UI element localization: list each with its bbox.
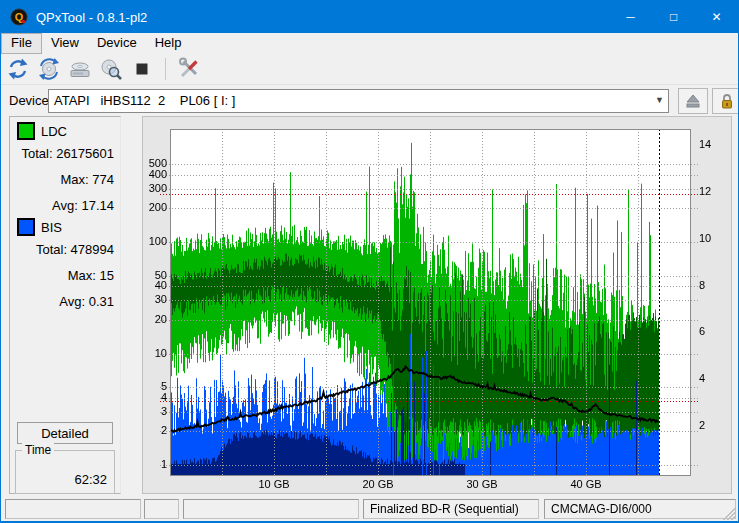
y-axis-right-tick-label: 2 [699, 419, 705, 431]
y-axis-right-tick-label: 8 [699, 279, 705, 291]
y-axis-left-tick-label: 4 [143, 391, 167, 403]
y-axis-left-tick-label: 1 [143, 458, 167, 470]
y-axis-right-tick-label: 12 [699, 185, 711, 197]
x-axis-tick-label: 20 GB [358, 478, 398, 490]
maximize-button[interactable]: □ [652, 1, 695, 33]
results-sidebar: LDC Total: 26175601 Max: 774 Avg: 17.14 … [9, 116, 121, 494]
quality-scan-chart: 5004003002001005040302010543211412108642… [142, 116, 732, 494]
ldc-legend: LDC [17, 122, 67, 140]
close-button[interactable]: ✕ [695, 1, 738, 33]
detailed-button[interactable]: Detailed [17, 422, 113, 444]
y-axis-left-tick-label: 100 [143, 235, 167, 247]
y-axis-right-tick-label: 4 [699, 372, 705, 384]
disc-magnifier-icon [99, 57, 123, 81]
chart-canvas [143, 117, 731, 493]
disc-refresh-icon [37, 57, 61, 81]
y-axis-right-tick-label: 10 [699, 232, 711, 244]
device-select-value: ATAPI iHBS112 2 PL06 [ I: ] [54, 93, 235, 108]
menu-file[interactable]: File [1, 33, 42, 54]
status-panel-media-code: CMCMAG-DI6/000 [544, 499, 736, 519]
bis-legend: BIS [17, 218, 62, 236]
y-axis-left-tick-label: 30 [143, 293, 167, 305]
x-axis-tick-label: 10 GB [254, 478, 294, 490]
ldc-total: Total: 26175601 [21, 146, 114, 161]
status-panel-disc-type: Finalized BD-R (Sequential) [363, 499, 539, 519]
menu-help[interactable]: Help [146, 33, 191, 54]
x-axis-tick-label: 40 GB [566, 478, 606, 490]
y-axis-left-tick-label: 300 [143, 182, 167, 194]
drive-tray-icon [68, 57, 92, 81]
y-axis-left-tick-label: 40 [143, 279, 167, 291]
time-group-label: Time [22, 443, 54, 457]
y-axis-left-tick-label: 20 [143, 313, 167, 325]
eject-tray-button[interactable] [66, 55, 94, 83]
status-panel-message [5, 499, 141, 519]
device-label: Device: [9, 93, 52, 108]
ldc-label: LDC [41, 124, 67, 139]
status-bar: Finalized BD-R (Sequential) CMCMAG-DI6/0… [1, 496, 738, 522]
device-bar: Device: ATAPI iHBS112 2 PL06 [ I: ] ▼ [1, 84, 738, 116]
rescan-disc-button[interactable] [35, 55, 63, 83]
menu-bar: File View Device Help [1, 33, 738, 54]
status-panel-extra [183, 499, 359, 519]
menu-view[interactable]: View [42, 33, 88, 54]
stop-square-icon [130, 57, 154, 81]
refresh-devices-button[interactable] [4, 55, 32, 83]
minimize-button[interactable]: ─ [609, 1, 652, 33]
device-select[interactable]: ATAPI iHBS112 2 PL06 [ I: ] ▼ [48, 89, 669, 113]
menu-device[interactable]: Device [88, 33, 146, 54]
y-axis-left-tick-label: 200 [143, 201, 167, 213]
y-axis-left-tick-label: 400 [143, 168, 167, 180]
y-axis-right-tick-label: 14 [699, 138, 711, 150]
chevron-down-icon: ▼ [655, 95, 664, 105]
bis-max: Max: 15 [68, 268, 114, 283]
time-groupbox: Time 62:32 [15, 450, 115, 494]
bis-total: Total: 478994 [36, 242, 114, 257]
ldc-avg: Avg: 17.14 [52, 198, 114, 213]
media-info-button[interactable] [97, 55, 125, 83]
window-title: QPxTool - 0.8.1-pl2 [36, 10, 609, 25]
resize-grip[interactable] [723, 507, 736, 520]
ldc-color-swatch [17, 122, 35, 140]
toolbar [1, 54, 738, 84]
app-window: Q QPxTool - 0.8.1-pl2 ─ □ ✕ File View De… [0, 0, 739, 523]
preferences-button[interactable] [175, 55, 203, 83]
lock-media-button[interactable] [712, 88, 739, 114]
stop-scan-button[interactable] [128, 55, 156, 83]
eject-media-button[interactable] [678, 88, 708, 114]
toolbar-separator [165, 58, 166, 80]
title-bar[interactable]: Q QPxTool - 0.8.1-pl2 ─ □ ✕ [1, 1, 738, 33]
bis-avg: Avg: 0.31 [59, 294, 114, 309]
circular-arrows-icon [6, 57, 30, 81]
y-axis-left-tick-label: 3 [143, 405, 167, 417]
app-logo-icon: Q [10, 8, 28, 26]
tools-icon [177, 57, 201, 81]
bis-color-swatch [17, 218, 35, 236]
ldc-max: Max: 774 [61, 172, 114, 187]
x-axis-tick-label: 30 GB [462, 478, 502, 490]
status-panel-progress [144, 499, 179, 519]
y-axis-left-tick-label: 10 [143, 347, 167, 359]
lock-icon [717, 91, 737, 111]
bis-label: BIS [41, 220, 62, 235]
y-axis-right-tick-label: 6 [699, 325, 705, 337]
eject-icon [683, 91, 703, 111]
y-axis-left-tick-label: 2 [143, 424, 167, 436]
time-value: 62:32 [74, 472, 107, 487]
